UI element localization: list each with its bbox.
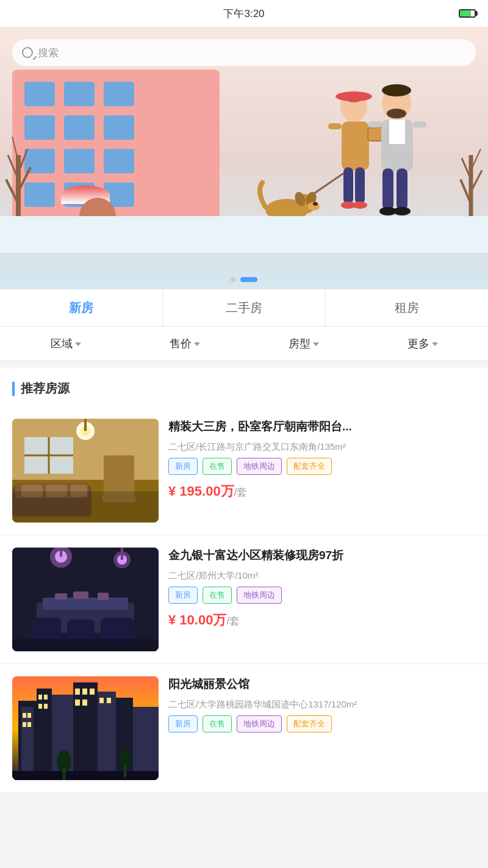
- svg-rect-47: [84, 419, 87, 431]
- svg-rect-67: [43, 598, 128, 610]
- listing-card[interactable]: 精装大三房，卧室客厅朝南带阳台... 二七区/长江路与京广路交叉口东南角/135…: [0, 407, 488, 535]
- filter-area[interactable]: 区域: [6, 336, 125, 351]
- window: [64, 82, 95, 106]
- listing-photo-2: [12, 548, 159, 651]
- listing-price-2: ¥ 10.00万/套: [168, 611, 476, 629]
- svg-rect-17: [396, 168, 407, 210]
- tag-new-house-2: 新房: [168, 587, 198, 604]
- tag-facilities-3: 配套齐全: [287, 715, 332, 732]
- svg-rect-2: [345, 92, 363, 103]
- room1-svg: [12, 419, 159, 523]
- svg-rect-86: [23, 722, 26, 727]
- svg-rect-16: [382, 168, 393, 210]
- tree-left-illustration: [3, 106, 34, 228]
- svg-rect-95: [75, 700, 80, 706]
- svg-rect-99: [12, 771, 159, 780]
- svg-rect-78: [37, 689, 52, 780]
- listing-info-2: 金九银十富达小区精装修现房97折 二七区/郑州大学/10m² 新房 在售 地铁周…: [168, 548, 476, 651]
- dot-indicator-1: [231, 277, 235, 282]
- svg-rect-85: [27, 713, 31, 718]
- svg-rect-21: [368, 121, 382, 128]
- svg-rect-62: [60, 548, 62, 557]
- svg-rect-88: [38, 695, 42, 700]
- listing-image-3: [12, 676, 159, 780]
- svg-rect-48: [104, 455, 134, 504]
- svg-rect-80: [73, 682, 98, 780]
- tag-new-house-3: 新房: [168, 715, 198, 732]
- filter-price[interactable]: 售价: [125, 336, 244, 351]
- tree-right-illustration: [458, 118, 485, 222]
- tag-facilities-1: 配套齐全: [287, 458, 332, 475]
- window: [104, 115, 134, 140]
- room2-svg: [12, 548, 159, 651]
- svg-rect-87: [27, 722, 31, 727]
- svg-rect-3: [342, 121, 369, 170]
- listing-location-3: 二七区/大学路桃园路华城国迹中心1317/120m²: [168, 698, 476, 711]
- listing-title-3: 阳光城丽景公馆: [168, 676, 476, 693]
- svg-rect-72: [73, 591, 88, 599]
- tab-second-hand[interactable]: 二手房: [163, 289, 326, 326]
- tab-new-house[interactable]: 新房: [0, 289, 163, 326]
- battery-level: [460, 10, 471, 16]
- section-title-text: 推荐房源: [21, 380, 70, 397]
- svg-rect-92: [75, 689, 80, 695]
- tab-rent[interactable]: 租房: [326, 289, 488, 326]
- window: [104, 149, 134, 173]
- window: [104, 82, 134, 106]
- chevron-down-icon: [75, 342, 81, 346]
- svg-rect-15: [389, 120, 405, 144]
- svg-rect-89: [44, 695, 48, 700]
- listing-tags-2: 新房 在售 地铁周边: [168, 587, 476, 604]
- svg-rect-93: [82, 689, 87, 695]
- svg-point-12: [382, 84, 411, 96]
- tag-on-sale-1: 在售: [203, 458, 232, 475]
- chevron-down-icon: [313, 342, 319, 346]
- listing-title-2: 金九银十富达小区精装修现房97折: [168, 548, 476, 564]
- ground-illustration: [0, 216, 488, 253]
- svg-point-7: [353, 201, 367, 209]
- svg-rect-65: [121, 548, 123, 560]
- listing-list: 精装大三房，卧室客厅朝南带阳台... 二七区/长江路与京广路交叉口东南角/135…: [0, 407, 488, 793]
- listing-photo-1: [12, 419, 159, 523]
- tag-on-sale-3: 在售: [203, 715, 232, 732]
- listing-price-1: ¥ 195.00万/套: [168, 482, 476, 501]
- svg-rect-58: [102, 495, 135, 502]
- svg-line-37: [12, 137, 18, 161]
- tag-new-house-1: 新房: [168, 458, 198, 475]
- listing-image-2: [12, 548, 159, 651]
- svg-rect-81: [98, 692, 116, 780]
- listing-card[interactable]: 阳光城丽景公馆 二七区/大学路桃园路华城国迹中心1317/120m² 新房 在售…: [0, 664, 488, 793]
- tag-metro-1: 地铁周边: [237, 458, 282, 475]
- svg-rect-83: [133, 707, 159, 780]
- listing-photo-3: [12, 676, 159, 780]
- building-windows: [12, 70, 220, 219]
- svg-rect-91: [44, 704, 48, 709]
- filter-type[interactable]: 房型: [244, 336, 363, 351]
- dot-indicator-2: [240, 277, 257, 282]
- hero-illustration: [0, 45, 488, 253]
- battery-icon: [459, 9, 476, 18]
- svg-rect-90: [38, 704, 42, 709]
- svg-rect-4: [343, 167, 353, 204]
- tag-metro-3: 地铁周边: [237, 715, 282, 732]
- listing-image-1: [12, 419, 159, 523]
- svg-rect-101: [63, 768, 65, 780]
- svg-rect-98: [107, 698, 111, 703]
- svg-rect-84: [23, 713, 26, 718]
- svg-point-28: [313, 202, 318, 206]
- listing-location-1: 二七区/长江路与京广路交叉口东南角/135m²: [168, 440, 476, 453]
- chevron-down-icon: [432, 342, 438, 346]
- window: [24, 82, 55, 106]
- listing-card[interactable]: 金九银十富达小区精装修现房97折 二七区/郑州大学/10m² 新房 在售 地铁周…: [0, 535, 488, 664]
- tag-metro-2: 地铁周边: [237, 587, 282, 604]
- section-title-container: 推荐房源: [0, 368, 488, 407]
- svg-rect-54: [21, 485, 43, 497]
- svg-rect-57: [98, 498, 140, 516]
- listing-title-1: 精装大三房，卧室客厅朝南带阳台...: [168, 419, 476, 435]
- svg-rect-74: [12, 639, 159, 651]
- listing-info-1: 精装大三房，卧室客厅朝南带阳台... 二七区/长江路与京广路交叉口东南角/135…: [168, 419, 476, 523]
- tag-on-sale-2: 在售: [203, 587, 232, 604]
- svg-rect-73: [98, 593, 109, 600]
- building-svg: [12, 676, 159, 780]
- filter-more[interactable]: 更多: [363, 336, 482, 351]
